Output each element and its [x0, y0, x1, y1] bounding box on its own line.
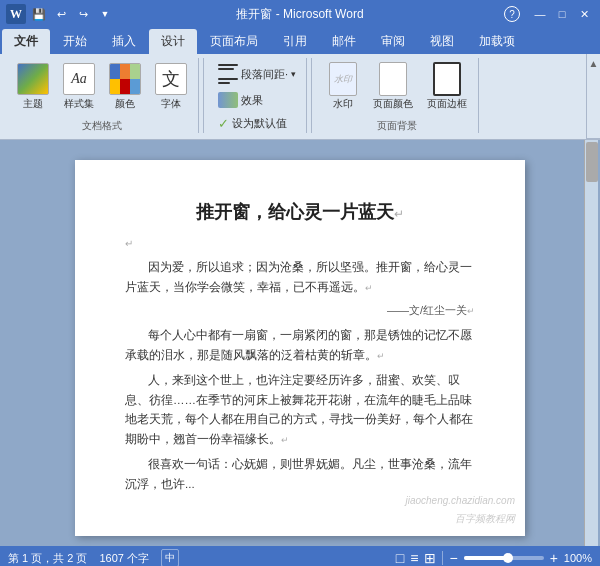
document-page: 推开窗，给心灵一片蓝天↵ ↵ 因为爱，所以追求；因为沧桑，所以坚强。推开窗，给心… [75, 160, 525, 536]
ribbon-group-document-format: 主题 Aa 样式集 [6, 58, 199, 133]
language-indicator: 中 [161, 549, 179, 566]
tab-view[interactable]: 视图 [418, 29, 466, 54]
theme-icon [17, 63, 49, 95]
doc-title-text: 推开窗，给心灵一片蓝天 [196, 202, 394, 222]
document-area: 推开窗，给心灵一片蓝天↵ ↵ 因为爱，所以追求；因为沧桑，所以坚强。推开窗，给心… [0, 140, 600, 546]
zoom-handle[interactable] [503, 553, 513, 563]
theme-button[interactable]: 主题 [12, 60, 54, 114]
statusbar: 第 1 页，共 2 页 1607 个字 中 □ ≡ ⊞ − + 100% [0, 546, 600, 566]
font-label: 字体 [161, 97, 181, 111]
tab-insert[interactable]: 插入 [100, 29, 148, 54]
doc-para-3: 人，来到这个世上，也许注定要经历许多，甜蜜、欢笑、叹息、彷徨……在季节的河床上被… [125, 371, 475, 449]
spacing-icon [218, 64, 238, 84]
ribbon-divider-2 [311, 58, 312, 133]
tab-page-layout[interactable]: 页面布局 [198, 29, 270, 54]
doc-para-1: 因为爱，所以追求；因为沧桑，所以坚强。推开窗，给心灵一片蓝天，当你学会微笑，幸福… [125, 258, 475, 297]
zoom-plus[interactable]: + [550, 550, 558, 566]
para-spacing-label: 段落间距· [241, 67, 288, 82]
scrollbar-thumb[interactable] [586, 142, 598, 182]
maximize-button[interactable]: □ [552, 4, 572, 24]
undo-icon[interactable]: ↩ [52, 5, 70, 23]
zoom-slider[interactable] [464, 556, 544, 560]
ribbon: 主题 Aa 样式集 [0, 54, 600, 140]
titlebar-left: W 💾 ↩ ↪ ▼ [6, 4, 114, 24]
ribbon-collapse-button[interactable]: ▲ [586, 54, 600, 139]
font-icon: 文 [155, 63, 187, 95]
effect-label: 效果 [241, 93, 263, 108]
watermark-overlay-2: 百字频教程网 [455, 512, 515, 526]
page-color-icon [377, 63, 409, 95]
tab-file[interactable]: 文件 [2, 29, 50, 54]
ribbon-divider-1 [203, 58, 204, 133]
page-border-button[interactable]: 页面边框 [422, 60, 472, 114]
color-icon [109, 63, 141, 95]
style-set-button[interactable]: Aa 样式集 [58, 60, 100, 114]
style-icon: Aa [63, 63, 95, 95]
tab-review[interactable]: 审阅 [369, 29, 417, 54]
help-button[interactable]: ? [504, 6, 520, 22]
effect-icon [218, 92, 238, 108]
ribbon-group-page-background: 水印 水印 页面颜色 页面边框 页面背景 [316, 58, 479, 133]
customize-icon[interactable]: ▼ [96, 5, 114, 23]
set-default-label: 设为默认值 [232, 116, 287, 131]
watermark-label: 水印 [333, 97, 353, 111]
statusbar-left: 第 1 页，共 2 页 1607 个字 中 [8, 549, 179, 566]
redo-icon[interactable]: ↪ [74, 5, 92, 23]
tab-design[interactable]: 设计 [149, 29, 197, 54]
title-cursor: ↵ [394, 207, 404, 221]
doc-author: ——文/红尘一关↵ [125, 303, 475, 318]
page-color-label: 页面颜色 [373, 97, 413, 111]
tab-start[interactable]: 开始 [51, 29, 99, 54]
font-button[interactable]: 文 字体 [150, 60, 192, 114]
statusbar-right: □ ≡ ⊞ − + 100% [396, 550, 592, 566]
zoom-percent: 100% [564, 552, 592, 564]
tab-bar: 文件 开始 插入 设计 页面布局 引用 邮件 审阅 视图 加载项 [0, 28, 600, 54]
page-info: 第 1 页，共 2 页 [8, 551, 87, 566]
titlebar-title: 推开窗 - Microsoft Word [236, 6, 363, 23]
ribbon-row-themes: 主题 Aa 样式集 [12, 58, 192, 116]
doc-enter-mark: ↵ [125, 238, 475, 250]
page-border-label: 页面边框 [427, 97, 467, 111]
word-icon: W [6, 4, 26, 24]
close-button[interactable]: ✕ [574, 4, 594, 24]
tab-mail[interactable]: 邮件 [320, 29, 368, 54]
effect-button[interactable]: 效果 [214, 90, 300, 110]
ribbon-row-page-bg: 水印 水印 页面颜色 页面边框 [322, 58, 472, 116]
word-count: 1607 个字 [99, 551, 149, 566]
titlebar-controls: ? — □ ✕ [504, 4, 594, 24]
zoom-fill [464, 556, 508, 560]
color-label: 颜色 [115, 97, 135, 111]
color-button[interactable]: 颜色 [104, 60, 146, 114]
page-border-icon [431, 63, 463, 95]
view-read-icon[interactable]: ≡ [410, 550, 418, 566]
document-title: 推开窗，给心灵一片蓝天↵ [125, 200, 475, 224]
doc-para-4: 很喜欢一句话：心妩媚，则世界妩媚。凡尘，世事沧桑，流年沉浮，也许... [125, 455, 475, 494]
theme-label: 主题 [23, 97, 43, 111]
watermark-button[interactable]: 水印 水印 [322, 60, 364, 114]
page-color-button[interactable]: 页面颜色 [368, 60, 418, 114]
page-bg-group-label: 页面背景 [377, 119, 417, 133]
watermark-icon: 水印 [327, 63, 359, 95]
titlebar: W 💾 ↩ ↪ ▼ 推开窗 - Microsoft Word ? — □ ✕ [0, 0, 600, 28]
zoom-minus[interactable]: − [449, 550, 457, 566]
docformat-group-label: 文档格式 [82, 119, 122, 133]
checkmark-icon: ✓ [218, 116, 229, 131]
view-print-icon[interactable]: □ [396, 550, 404, 566]
style-label: 样式集 [64, 97, 94, 111]
watermark-overlay: jiaocheng.chazidian.com [405, 495, 515, 506]
view-web-icon[interactable]: ⊞ [424, 550, 436, 566]
scrollbar-vertical[interactable] [584, 140, 598, 546]
tab-addins[interactable]: 加载项 [467, 29, 527, 54]
save-icon[interactable]: 💾 [30, 5, 48, 23]
para-spacing-button[interactable]: 段落间距· ▾ [214, 62, 300, 86]
ribbon-group-spacing: 段落间距· ▾ 效果 ✓ 设为默认值 [208, 58, 307, 133]
doc-para-2: 每个人心中都有一扇窗，一扇紧闭的窗，那是锈蚀的记忆不愿承载的泪水，那是随风飘落的… [125, 326, 475, 365]
tab-references[interactable]: 引用 [271, 29, 319, 54]
minimize-button[interactable]: — [530, 4, 550, 24]
para-spacing-arrow: ▾ [291, 69, 296, 79]
set-default-button[interactable]: ✓ 设为默认值 [214, 114, 300, 133]
